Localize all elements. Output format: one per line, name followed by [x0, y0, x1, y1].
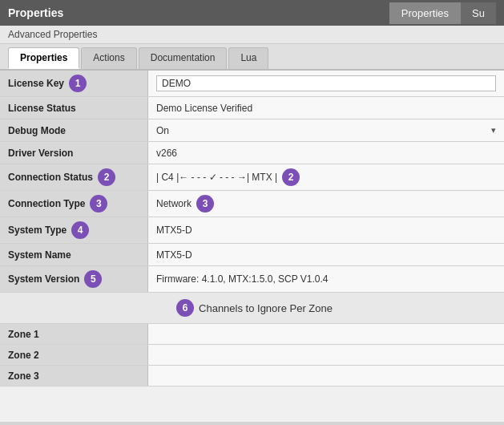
property-row-8: System Version5Firmware: 4.1.0, MTX:1.5.… — [0, 266, 504, 293]
property-label-3: Driver Version — [0, 142, 148, 164]
badge-1: 1 — [69, 75, 87, 92]
zone-row-1: Zone 2 — [0, 345, 504, 366]
zone-row-0: Zone 1 — [0, 324, 504, 345]
badge-6: 6 — [176, 299, 194, 317]
property-value-4: | C4 |← - - - ✓ - - - →| MTX | 2 — [148, 164, 504, 190]
badge-val-3: 3 — [196, 195, 214, 212]
property-label-7: System Name — [0, 244, 148, 265]
property-label-1: License Status — [0, 97, 148, 119]
tab-actions[interactable]: Actions — [81, 47, 136, 69]
property-value-6: MTX5-D — [148, 217, 504, 243]
zone-row-2: Zone 3 — [0, 366, 504, 387]
title-bar-tab-properties[interactable]: Properties — [389, 2, 460, 24]
content-area: License Key1License StatusDemo License V… — [0, 71, 504, 422]
property-row-2: Debug ModeOn▾ — [0, 119, 504, 142]
badge-4: 4 — [71, 221, 89, 239]
tab-lua[interactable]: Lua — [228, 47, 268, 69]
tab-documentation[interactable]: Documentation — [139, 47, 228, 69]
property-value-7: MTX5-D — [148, 244, 504, 265]
zone-value-0[interactable] — [148, 324, 504, 344]
title-bar-title: Properties — [8, 6, 389, 19]
property-label-6: System Type4 — [0, 217, 148, 243]
badge-2: 2 — [98, 168, 115, 186]
property-value-8: Firmware: 4.1.0, MTX:1.5.0, SCP V1.0.4 — [148, 266, 504, 292]
breadcrumb: Advanced Properties — [0, 26, 504, 44]
property-value-1: Demo License Verified — [148, 97, 504, 119]
zone-value-1[interactable] — [148, 345, 504, 365]
badge-3: 3 — [90, 195, 107, 212]
property-row-7: System NameMTX5-D — [0, 244, 504, 266]
property-row-0: License Key1 — [0, 71, 504, 97]
property-label-8: System Version5 — [0, 266, 148, 292]
property-row-1: License StatusDemo License Verified — [0, 97, 504, 119]
property-value-5: Network 3 — [148, 191, 504, 217]
property-label-2: Debug Mode — [0, 119, 148, 141]
badge-val-2: 2 — [282, 168, 300, 186]
title-bar: Properties Properties Su — [0, 0, 504, 26]
property-label-4: Connection Status2 — [0, 164, 148, 190]
property-row-5: Connection Type3Network 3 — [0, 191, 504, 217]
property-row-3: Driver Versionv266 — [0, 142, 504, 164]
zone-label-1: Zone 2 — [0, 345, 148, 365]
property-row-6: System Type4MTX5-D — [0, 217, 504, 244]
title-bar-tab-su[interactable]: Su — [460, 2, 496, 24]
section-header-label: Channels to Ignore Per Zone — [199, 302, 333, 314]
zone-label-0: Zone 1 — [0, 324, 148, 344]
property-value-3: v266 — [148, 142, 504, 164]
property-label-5: Connection Type3 — [0, 191, 148, 217]
section-header-channels: 6 Channels to Ignore Per Zone — [0, 293, 504, 324]
badge-5: 5 — [84, 270, 102, 288]
title-bar-tabs: Properties Su — [389, 2, 496, 24]
tab-properties[interactable]: Properties — [8, 47, 79, 69]
chevron-down-icon: ▾ — [491, 125, 496, 136]
property-dropdown-value-2: On — [156, 125, 169, 136]
property-label-0: License Key1 — [0, 71, 148, 96]
property-value-0[interactable] — [148, 71, 504, 96]
property-value-2[interactable]: On▾ — [148, 119, 504, 141]
property-input-0[interactable] — [156, 75, 496, 91]
zone-value-2[interactable] — [148, 366, 504, 386]
property-row-4: Connection Status2| C4 |← - - - ✓ - - - … — [0, 164, 504, 191]
tab-strip: Properties Actions Documentation Lua — [0, 44, 504, 71]
zone-label-2: Zone 3 — [0, 366, 148, 386]
